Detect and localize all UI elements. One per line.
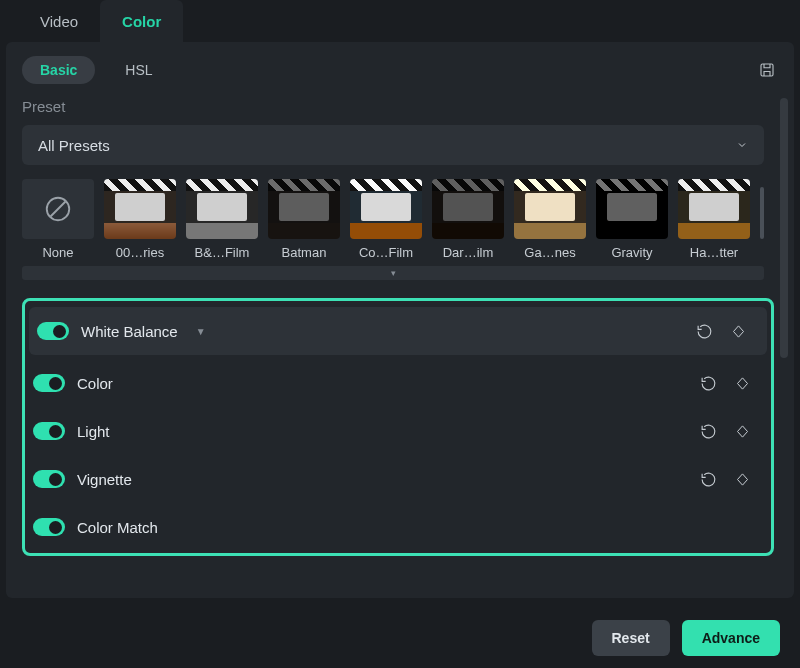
none-icon xyxy=(22,179,94,239)
preset-label: None xyxy=(42,245,73,260)
reset-button[interactable]: Reset xyxy=(592,620,670,656)
toggle-color-match[interactable] xyxy=(33,518,65,536)
reset-icon[interactable] xyxy=(697,468,719,490)
subtab-hsl[interactable]: HSL xyxy=(107,56,170,84)
preset-label: Ha…tter xyxy=(690,245,738,260)
sub-tabs: Basic HSL xyxy=(22,56,778,84)
reset-icon[interactable] xyxy=(697,420,719,442)
preset-item[interactable]: B&…Film xyxy=(186,179,258,260)
thumbnail-scrollbar[interactable] xyxy=(760,187,764,239)
preset-item[interactable]: Batman xyxy=(268,179,340,260)
section-light: Light xyxy=(25,407,771,455)
toggle-light[interactable] xyxy=(33,422,65,440)
preset-item[interactable]: Ga…nes xyxy=(514,179,586,260)
keyframe-icon[interactable] xyxy=(731,372,753,394)
chevron-down-icon xyxy=(736,137,748,154)
preset-heading: Preset xyxy=(22,98,778,115)
preset-label: Co…Film xyxy=(359,245,413,260)
tab-color[interactable]: Color xyxy=(100,0,183,42)
footer-buttons: Reset Advance xyxy=(592,620,781,656)
color-sections-highlight: White Balance ▼ Color Light xyxy=(22,298,774,556)
preset-label: Batman xyxy=(282,245,327,260)
preset-thumbnails: None 00…ries B&…Film Batman Co…Film Dar…… xyxy=(22,179,764,260)
advance-button[interactable]: Advance xyxy=(682,620,780,656)
section-color-match: Color Match xyxy=(25,503,771,551)
preset-label: 00…ries xyxy=(116,245,164,260)
keyframe-icon[interactable] xyxy=(731,420,753,442)
preset-label: Ga…nes xyxy=(524,245,575,260)
thumbnail-h-scrollbar[interactable]: ▾ xyxy=(22,266,764,280)
preset-category-dropdown[interactable]: All Presets xyxy=(22,125,764,165)
keyframe-icon[interactable] xyxy=(731,468,753,490)
keyframe-icon[interactable] xyxy=(727,320,749,342)
svg-rect-0 xyxy=(761,64,773,76)
section-label[interactable]: Color xyxy=(77,375,113,392)
color-panel: Basic HSL Preset All Presets None 00…rie… xyxy=(6,42,794,598)
preset-item[interactable]: Gravity xyxy=(596,179,668,260)
section-label[interactable]: Color Match xyxy=(77,519,158,536)
preset-item[interactable]: Co…Film xyxy=(350,179,422,260)
tab-video[interactable]: Video xyxy=(18,0,100,42)
preset-item[interactable]: Dar…ilm xyxy=(432,179,504,260)
chevron-down-icon[interactable]: ▼ xyxy=(196,326,206,337)
preset-item[interactable]: 00…ries xyxy=(104,179,176,260)
preset-item[interactable]: Ha…tter xyxy=(678,179,750,260)
section-label[interactable]: Light xyxy=(77,423,110,440)
reset-icon[interactable] xyxy=(693,320,715,342)
save-preset-icon[interactable] xyxy=(756,59,778,81)
panel-scrollbar[interactable] xyxy=(780,98,788,358)
toggle-vignette[interactable] xyxy=(33,470,65,488)
preset-label: B&…Film xyxy=(195,245,250,260)
preset-label: Dar…ilm xyxy=(443,245,494,260)
toggle-white-balance[interactable] xyxy=(37,322,69,340)
subtab-basic[interactable]: Basic xyxy=(22,56,95,84)
section-label[interactable]: White Balance xyxy=(81,323,178,340)
preset-none[interactable]: None xyxy=(22,179,94,260)
section-color: Color xyxy=(25,359,771,407)
top-tabs: Video Color xyxy=(0,0,800,42)
section-label[interactable]: Vignette xyxy=(77,471,132,488)
section-vignette: Vignette xyxy=(25,455,771,503)
preset-dropdown-label: All Presets xyxy=(38,137,110,154)
toggle-color[interactable] xyxy=(33,374,65,392)
reset-icon[interactable] xyxy=(697,372,719,394)
section-white-balance: White Balance ▼ xyxy=(29,307,767,355)
preset-label: Gravity xyxy=(611,245,652,260)
